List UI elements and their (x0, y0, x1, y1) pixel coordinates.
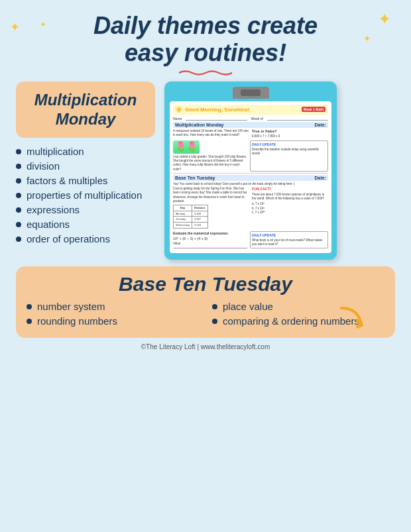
monday-bullet-list: multiplication division factors & multip… (16, 146, 155, 248)
list-item: equations (16, 219, 155, 230)
ws-section1-title: Multiplication Monday Date: (173, 122, 328, 128)
bullet-dot (16, 207, 21, 213)
star-decoration-2: ✦ (40, 20, 46, 29)
table-header-distance: Distance (192, 205, 208, 211)
bullet-dot (27, 304, 32, 309)
ws-distance-table: Day Distance Monday 3.456 Tuesday 3.567 (173, 205, 208, 228)
worksheet-badge: Week 1 Math (302, 107, 325, 112)
ws-divider (173, 173, 328, 174)
ws-table-section: Cara is getting ready for the Spring Fun… (173, 187, 249, 230)
ws-problem1: A restaurant ordered 15 boxes of rats. T… (173, 129, 249, 139)
list-item: rounding numbers (27, 315, 199, 327)
main-title: Daily themes create easy routines! (16, 12, 395, 67)
bullet-dot (16, 237, 21, 242)
flower-image: 🌷🌷 (173, 140, 200, 154)
clipboard-clip-inner (241, 89, 261, 96)
star-decoration-1: ✦ (10, 20, 20, 34)
clipboard-panel: ☀️ Good Morning, Sunshine! Week 1 Math N… (164, 81, 395, 260)
ws-row-4: Evaluate the numerical expression. 10² +… (173, 231, 328, 249)
ws-name-label: Name (173, 117, 182, 121)
worksheet: ☀️ Good Morning, Sunshine! Week 1 Math N… (170, 101, 331, 253)
bullet-dot (16, 149, 21, 154)
ws-section2-intro: Yay! You came back to school today! Give… (173, 182, 328, 186)
list-item: multiplication (16, 146, 155, 157)
bullet-dot (212, 304, 217, 309)
list-item: factors & multiples (16, 175, 155, 186)
worksheet-header-title: Good Morning, Sunshine! (185, 107, 250, 113)
list-item: order of operations (16, 233, 155, 244)
ws-section2-title: Base Ten Tuesday Date: (173, 175, 328, 181)
footer-text: ©The Literacy Loft | www.theliteracyloft… (141, 343, 270, 350)
ws-row-1: A restaurant ordered 15 boxes of rats. T… (173, 129, 328, 139)
bullet-dot (212, 319, 217, 324)
table-row: Tuesday 3.567 (174, 217, 208, 223)
footer: ©The Literacy Loft | www.theliteracyloft… (16, 343, 395, 350)
ws-row-2: 🌷🌷 Lisa visited a tulip garden. She boug… (173, 140, 328, 172)
tuesday-bullet-list: number system place value rounding numbe… (27, 301, 384, 329)
tuesday-section: Base Ten Tuesday number system place val… (16, 266, 395, 338)
list-item: properties of multiplication (16, 189, 155, 201)
ws-true-false: True or False? 9,000 x 7 > 7,800 x 3 (252, 129, 328, 139)
worksheet-header: ☀️ Good Morning, Sunshine! Week 1 Math (173, 105, 328, 115)
ws-weekof-label: Week of (251, 117, 263, 121)
bullet-dot (16, 222, 21, 227)
list-item: division (16, 160, 155, 172)
bullet-dot (16, 193, 21, 198)
list-item: expressions (16, 204, 155, 215)
star-decoration-4: ✦ (363, 33, 371, 44)
ws-flowers-problem: 🌷🌷 Lisa visited a tulip garden. She boug… (173, 140, 247, 172)
tuesday-title: Base Ten Tuesday (27, 273, 384, 295)
bullet-dot (16, 178, 21, 184)
clipboard: ☀️ Good Morning, Sunshine! Week 1 Math N… (164, 81, 337, 260)
monday-panel: Multiplication Monday multiplication div… (16, 81, 155, 260)
page: ✦ ✦ ✦ ✦ Daily themes create easy routine… (0, 0, 411, 532)
ws-daily-update-2: DAILY UPDATE What book is on your list o… (250, 231, 328, 249)
ws-daily-update-1: DAILY UPDATE Describe the weather outsid… (250, 140, 328, 172)
header: Daily themes create easy routines! (16, 12, 395, 76)
monday-title: Multiplication Monday (24, 91, 147, 129)
table-row: Wednesday 3.544 (174, 222, 208, 228)
bullet-dot (27, 319, 32, 324)
bullet-dot (16, 164, 21, 169)
star-decoration-3: ✦ (378, 10, 391, 28)
table-row: Monday 3.456 (174, 211, 208, 217)
arrow-decoration (332, 301, 378, 346)
monday-title-box: Multiplication Monday (16, 81, 155, 138)
content-row: Multiplication Monday multiplication div… (16, 81, 395, 260)
list-item: number system (27, 301, 199, 312)
header-underline (16, 70, 395, 76)
clipboard-clip (233, 87, 269, 99)
ws-name-row: Name Week of (173, 117, 328, 121)
ws-fun-fact-options: a. 7 x 10² b. 7 x 10³ c. 7 x 10⁴ (252, 202, 328, 215)
ws-fun-fact: FUN FACT! There are about 7,000 known sp… (252, 187, 328, 230)
table-header-day: Day (174, 205, 192, 211)
ws-evaluate-section: Evaluate the numerical expression. 10² +… (173, 231, 247, 249)
ws-row-3: Cara is getting ready for the Spring Fun… (173, 187, 328, 230)
ws-running-problem: Cara is getting ready for the Spring Fun… (173, 187, 249, 203)
